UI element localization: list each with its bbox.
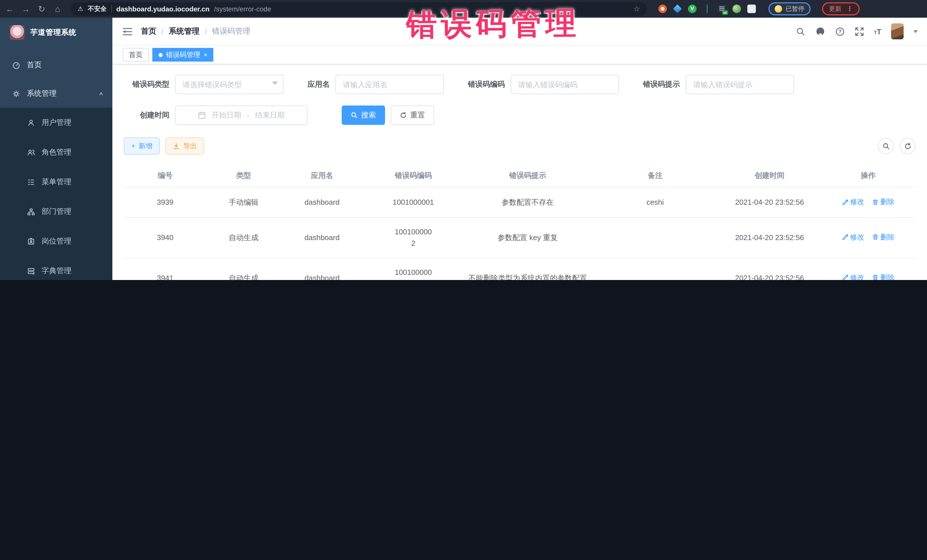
edit-link[interactable]: 修改	[842, 196, 864, 208]
active-tab-dot	[159, 53, 163, 57]
sidebar-item-home[interactable]: 首页	[0, 51, 112, 79]
browser-home-icon[interactable]: ⌂	[53, 5, 63, 13]
extension-icon-tampermonkey[interactable]: on	[718, 5, 726, 13]
filter-type-label: 错误码类型	[124, 79, 169, 90]
svg-text:?: ?	[839, 29, 842, 34]
url-domain: dashboard.yudao.iocoder.cn	[116, 5, 210, 13]
sidebar-item-departments[interactable]: 部门管理	[0, 197, 112, 226]
date-range-picker[interactable]: 开始日期 - 结束日期	[175, 106, 307, 125]
filter-code-label: 错误码编码	[468, 79, 505, 90]
search-icon	[351, 112, 358, 118]
delete-link[interactable]: 删除	[872, 232, 895, 243]
table-toolbar: + 新增 导出	[124, 137, 916, 155]
browser-menu-icon[interactable]: ⋮	[846, 5, 853, 12]
error-code-input[interactable]	[511, 75, 619, 94]
extension-icon-gem[interactable]	[673, 5, 682, 13]
address-divider	[111, 5, 112, 12]
error-code-page: 错误码类型 应用名 错误码编码	[112, 64, 927, 280]
sidebar: 芋道管理系统 首页 系统管理 ∧ 用户管理 角色管	[0, 18, 112, 280]
pencil-icon	[842, 234, 848, 240]
avatar-caret-icon[interactable]	[913, 30, 918, 35]
error-type-select[interactable]	[175, 75, 284, 94]
tab-error-code[interactable]: 错误码管理 ×	[152, 48, 214, 62]
add-button[interactable]: + 新增	[124, 137, 160, 155]
refresh-icon	[400, 112, 407, 118]
github-icon[interactable]	[815, 26, 825, 36]
sidebar-item-users[interactable]: 用户管理	[0, 108, 112, 137]
extensions-puzzle-icon[interactable]	[747, 5, 756, 13]
sidebar-item-roles[interactable]: 角色管理	[0, 137, 112, 167]
browser-window: 错误码管理 ← → ↻ ⌂ ⚠ 不安全 dashboard.yudao.ioco…	[0, 0, 927, 280]
breadcrumb-home[interactable]: 首页	[141, 26, 156, 36]
extension-icon-orange[interactable]	[658, 5, 667, 13]
bookmark-star-icon[interactable]: ☆	[634, 5, 640, 13]
sidebar-collapse-icon[interactable]	[123, 27, 132, 36]
list-icon	[27, 178, 35, 186]
close-tab-icon[interactable]: ×	[204, 51, 207, 58]
security-label: 不安全	[88, 5, 107, 13]
error-hint-input[interactable]	[686, 75, 794, 94]
profile-paused-chip[interactable]: 已暂停	[768, 2, 811, 15]
pencil-icon	[842, 275, 848, 280]
search-icon[interactable]	[796, 27, 805, 36]
breadcrumb-current: 错误码管理	[212, 26, 251, 36]
filter-app-label: 应用名	[307, 79, 330, 90]
edit-link[interactable]: 修改	[842, 232, 864, 243]
filter-row-2: 创建时间 开始日期 - 结束日期 搜索 重置	[124, 106, 916, 125]
tags-view-bar: 首页 错误码管理 ×	[112, 46, 927, 64]
plus-icon: +	[131, 142, 135, 150]
url-path: /system/error-code	[214, 5, 271, 13]
font-size-icon[interactable]: TT	[874, 27, 881, 36]
browser-reload-icon[interactable]: ↻	[36, 5, 47, 13]
fullscreen-icon[interactable]	[854, 27, 864, 36]
search-button[interactable]: 搜索	[342, 106, 385, 125]
extension-icon-green-check[interactable]: V	[688, 5, 696, 13]
download-icon	[173, 143, 180, 149]
tab-home[interactable]: 首页	[123, 48, 149, 62]
sidebar-menu: 首页 系统管理 ∧ 用户管理 角色管理 菜单管理	[0, 47, 112, 280]
trash-icon	[872, 234, 878, 240]
org-tree-icon	[27, 207, 35, 216]
dictionary-icon	[27, 267, 35, 275]
table-row: 3940自动生成dashboard100100000 2参数配置 key 重复2…	[124, 217, 916, 258]
user-icon	[27, 118, 35, 127]
pencil-icon	[842, 199, 848, 205]
user-avatar[interactable]	[891, 23, 904, 39]
trash-icon	[872, 199, 878, 205]
export-button[interactable]: 导出	[166, 137, 204, 155]
table-row: 3941自动生成dashboard100100000 3不能删除类型为系统内置的…	[124, 258, 916, 280]
breadcrumb: 首页 / 系统管理 / 错误码管理	[141, 26, 251, 36]
sidebar-item-dictionary[interactable]: 字典管理	[0, 256, 112, 280]
sidebar-item-system[interactable]: 系统管理 ∧	[0, 79, 112, 108]
refresh-table-button[interactable]	[900, 138, 916, 154]
delete-link[interactable]: 删除	[872, 196, 895, 208]
help-icon[interactable]: ?	[835, 27, 845, 36]
edit-link[interactable]: 修改	[842, 272, 864, 280]
extension-icon-grid[interactable]	[703, 5, 711, 13]
trash-icon	[872, 275, 878, 280]
app-logo[interactable]: 芋道管理系统	[0, 18, 112, 47]
browser-forward-icon[interactable]: →	[21, 5, 31, 13]
browser-toolbar: ← → ↻ ⌂ ⚠ 不安全 dashboard.yudao.iocoder.cn…	[0, 0, 927, 18]
app-name-input[interactable]	[336, 75, 444, 94]
badge-icon	[27, 237, 35, 246]
delete-link[interactable]: 删除	[872, 272, 895, 280]
chrome-update-button[interactable]: 更新 ⋮	[822, 2, 860, 15]
filter-hint-label: 错误码提示	[643, 79, 680, 90]
page-header: 首页 / 系统管理 / 错误码管理 ? TT	[112, 18, 927, 46]
reset-button[interactable]: 重置	[391, 106, 434, 125]
security-warning-icon[interactable]: ⚠	[78, 5, 83, 12]
sidebar-item-menus[interactable]: 菜单管理	[0, 167, 112, 197]
filter-row-1: 错误码类型 应用名 错误码编码	[124, 75, 916, 94]
extension-icon-plant[interactable]	[732, 5, 741, 13]
app-title: 芋道管理系统	[30, 27, 76, 38]
select-caret-icon	[272, 82, 278, 88]
update-label: 更新	[829, 5, 842, 13]
sidebar-item-posts[interactable]: 岗位管理	[0, 226, 112, 256]
breadcrumb-system[interactable]: 系统管理	[169, 26, 200, 36]
logo-avatar	[10, 25, 24, 40]
toggle-search-button[interactable]	[878, 138, 894, 154]
browser-back-icon[interactable]: ←	[5, 5, 15, 13]
filter-time-label: 创建时间	[124, 110, 169, 120]
address-bar[interactable]: ⚠ 不安全 dashboard.yudao.iocoder.cn/system/…	[71, 2, 647, 16]
